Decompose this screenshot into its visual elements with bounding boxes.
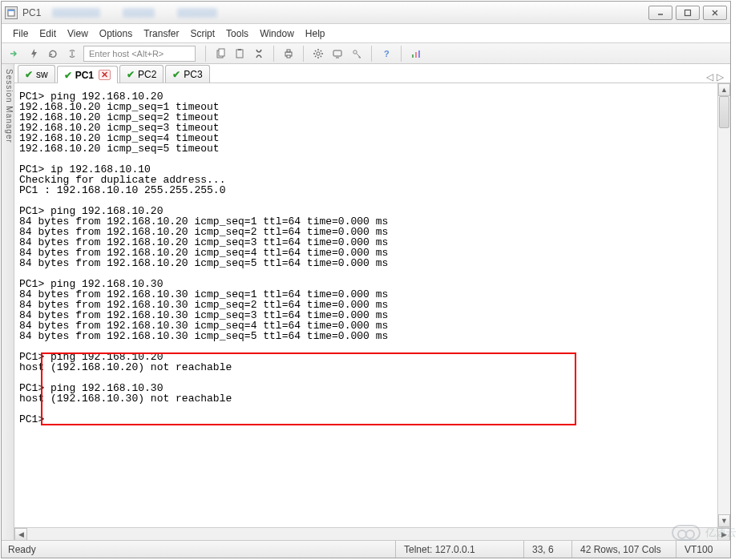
status-connection: Telnet: 127.0.0.1 — [395, 541, 523, 558]
menu-help[interactable]: Help — [305, 28, 325, 39]
scroll-track-h[interactable] — [27, 528, 717, 540]
toolbar-separator — [205, 46, 206, 62]
tab-nav: ◁ ▷ — [706, 71, 730, 83]
chart-icon[interactable] — [408, 46, 424, 62]
svg-line-21 — [321, 50, 321, 51]
menu-view[interactable]: View — [67, 28, 88, 39]
host-input[interactable]: Enter host <Alt+R> — [83, 46, 196, 62]
svg-line-20 — [315, 55, 316, 56]
toolbar-separator — [401, 46, 402, 62]
horizontal-scrollbar[interactable]: ◀ ▶ — [14, 527, 730, 540]
svg-rect-1 — [8, 10, 14, 11]
svg-rect-12 — [287, 55, 290, 58]
scroll-right-icon[interactable]: ▶ — [717, 528, 730, 540]
print-icon[interactable] — [281, 46, 297, 62]
svg-rect-22 — [333, 50, 341, 56]
main-area: ✔ sw ✔ PC1 ✕ ✔ PC2 ✔ PC3 ◁ ▷ — [14, 64, 730, 540]
tab-next-icon[interactable]: ▷ — [717, 71, 724, 83]
vertical-scrollbar[interactable]: ▲ ▼ — [717, 83, 730, 527]
close-button[interactable] — [703, 6, 727, 20]
menu-file[interactable]: File — [13, 28, 28, 39]
menu-options[interactable]: Options — [99, 28, 132, 39]
toolbar-separator — [273, 46, 274, 62]
tab-prev-icon[interactable]: ◁ — [706, 71, 713, 83]
tab-label: PC3 — [184, 69, 202, 80]
host-placeholder: Enter host <Alt+R> — [89, 49, 164, 58]
tab-label: PC2 — [138, 69, 156, 80]
svg-rect-28 — [418, 50, 420, 58]
svg-rect-8 — [236, 50, 243, 58]
scroll-up-icon[interactable]: ▲ — [718, 83, 730, 96]
menu-script[interactable]: Script — [190, 28, 215, 39]
scroll-thumb[interactable] — [719, 96, 729, 128]
svg-rect-27 — [415, 52, 417, 58]
tab-pc2[interactable]: ✔ PC2 — [119, 65, 164, 83]
scroll-left-icon[interactable]: ◀ — [14, 528, 27, 540]
help-icon[interactable]: ? — [378, 46, 394, 62]
status-ready: Ready — [8, 541, 395, 558]
body-area: Session Manager ✔ sw ✔ PC1 ✕ ✔ PC2 — [2, 64, 730, 540]
title-blur-decoration — [52, 8, 100, 18]
scroll-down-icon[interactable]: ▼ — [718, 514, 730, 527]
check-icon: ✔ — [64, 70, 72, 81]
titlebar: PC1 — [2, 2, 730, 24]
tab-label: sw — [36, 69, 48, 80]
tab-pc1[interactable]: ✔ PC1 ✕ — [57, 66, 118, 83]
session-icon[interactable] — [329, 46, 345, 62]
window-controls — [648, 6, 727, 20]
statusbar: Ready Telnet: 127.0.0.1 33, 6 42 Rows, 1… — [2, 540, 730, 558]
menu-transfer[interactable]: Transfer — [143, 28, 179, 39]
tab-sw[interactable]: ✔ sw — [18, 65, 55, 83]
svg-rect-3 — [685, 10, 691, 15]
svg-line-19 — [321, 55, 321, 56]
check-icon: ✔ — [172, 69, 180, 80]
check-icon: ✔ — [25, 69, 33, 80]
toolbar-separator — [371, 46, 372, 62]
svg-text:?: ? — [384, 49, 390, 58]
lightning-icon[interactable] — [26, 46, 42, 62]
svg-rect-9 — [238, 49, 241, 50]
window-title: PC1 — [22, 7, 41, 18]
terminal-frame: PC1> ping 192.168.10.20 192.168.10.20 ic… — [14, 83, 730, 527]
tabbar: ✔ sw ✔ PC1 ✕ ✔ PC2 ✔ PC3 ◁ ▷ — [14, 64, 730, 83]
menu-tools[interactable]: Tools — [226, 28, 248, 39]
terminal-wrap: PC1> ping 192.168.10.20 192.168.10.20 ic… — [14, 83, 717, 527]
toolbar: Enter host <Alt+R> ? — [2, 43, 730, 64]
check-icon: ✔ — [127, 69, 135, 80]
tab-label: PC1 — [75, 70, 94, 81]
disconnect-icon[interactable] — [64, 46, 80, 62]
svg-rect-26 — [412, 54, 414, 58]
menu-edit[interactable]: Edit — [39, 28, 56, 39]
key-icon[interactable] — [349, 46, 365, 62]
title-blur-decoration — [123, 8, 155, 18]
quick-connect-icon[interactable] — [6, 46, 22, 62]
status-termtype: VT100 — [676, 541, 724, 558]
session-manager-label: Session Manager — [5, 69, 14, 143]
tab-pc3[interactable]: ✔ PC3 — [165, 65, 209, 83]
scroll-track[interactable] — [718, 96, 730, 514]
reconnect-icon[interactable] — [45, 46, 61, 62]
title-blur-decoration — [177, 8, 217, 18]
menu-window[interactable]: Window — [260, 28, 294, 39]
session-manager-panel[interactable]: Session Manager — [2, 64, 14, 540]
minimize-button[interactable] — [648, 6, 672, 20]
app-icon — [5, 6, 18, 19]
terminal-output[interactable]: PC1> ping 192.168.10.20 192.168.10.20 ic… — [14, 83, 717, 527]
status-cursor: 33, 6 — [523, 541, 571, 558]
svg-rect-11 — [287, 50, 290, 52]
find-icon[interactable] — [251, 46, 267, 62]
svg-line-18 — [315, 50, 316, 51]
svg-point-13 — [317, 51, 320, 54]
status-dimensions: 42 Rows, 107 Cols — [571, 541, 676, 558]
close-tab-icon[interactable]: ✕ — [99, 70, 111, 80]
copy-icon[interactable] — [212, 46, 228, 62]
paste-icon[interactable] — [232, 46, 248, 62]
maximize-button[interactable] — [676, 6, 700, 20]
app-window: PC1 File Edit View Options Transfer Scri… — [1, 1, 731, 558]
toolbar-separator — [303, 46, 304, 62]
svg-rect-7 — [219, 49, 224, 56]
menubar: File Edit View Options Transfer Script T… — [2, 24, 730, 43]
settings-icon[interactable] — [310, 46, 326, 62]
